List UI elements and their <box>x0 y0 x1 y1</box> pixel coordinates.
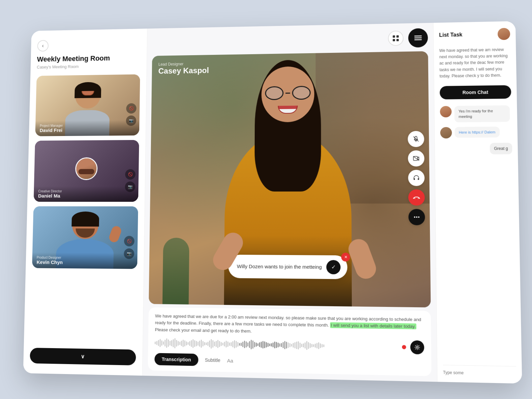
room-subtitle: Casey's Meeting Room <box>37 63 140 69</box>
audio-settings-button[interactable] <box>410 340 424 354</box>
transcript-highlighted: I will send you a list with details late… <box>330 323 416 330</box>
video-role: Lead Designer <box>158 62 209 67</box>
david-mute-btn[interactable]: 🚫 <box>126 103 136 113</box>
kevin-camera-btn[interactable]: 📷 <box>124 248 134 259</box>
list-task-title: List Task <box>439 32 462 38</box>
participant-card-kevin[interactable]: Product Designer Kevin Chyn 🚫 📷 <box>32 206 138 269</box>
svg-rect-1 <box>396 35 399 38</box>
more-options-button[interactable] <box>408 209 425 225</box>
camera-off-button[interactable] <box>408 150 425 167</box>
kevin-name: Kevin Chyn <box>37 259 133 266</box>
daniel-camera-btn[interactable]: 📷 <box>125 182 135 192</box>
daniel-overlay: Creative Director Daniel Ma <box>34 186 138 202</box>
chat-message-1: Yes i'm ready for the meeting <box>440 105 512 122</box>
back-button[interactable]: ‹ <box>37 40 49 52</box>
join-accept-button[interactable]: ✓ <box>327 260 341 274</box>
chat-bubble-3: Great g <box>490 143 512 154</box>
join-text: Willy Dozen wants to join the metteing <box>237 263 322 270</box>
task-text: We have agreed that we am review next mo… <box>439 47 511 79</box>
join-notification: Willy Dozen wants to join the metteing ✓… <box>228 254 347 279</box>
font-size-button[interactable]: Aa <box>227 357 233 363</box>
svg-rect-11 <box>418 178 419 180</box>
svg-point-15 <box>416 346 418 348</box>
audio-waveform <box>155 338 398 352</box>
svg-point-14 <box>418 216 419 218</box>
transcript-area: We have agreed that we are due for a 2:0… <box>148 307 432 376</box>
transcript-after: Please check your email and get ready to… <box>155 327 252 334</box>
video-label: Lead Designer Casey Kaspol <box>158 62 209 76</box>
svg-rect-10 <box>414 178 415 180</box>
grid-view-button[interactable] <box>388 31 404 46</box>
chat-message-3: Great g <box>440 143 512 155</box>
kevin-controls: 🚫 📷 <box>124 236 134 259</box>
kevin-overlay: Product Designer Kevin Chyn <box>32 252 137 269</box>
svg-rect-2 <box>393 39 395 41</box>
chat-bubble-1: Yes i'm ready for the meeting <box>454 105 510 122</box>
daniel-mute-btn[interactable]: 🚫 <box>125 169 135 180</box>
user-avatar <box>497 28 510 40</box>
kevin-mute-btn[interactable]: 🚫 <box>124 236 135 246</box>
main-area: Lead Designer Casey Kaspol <box>143 23 437 382</box>
menu-button[interactable] <box>408 28 428 48</box>
room-chat-button[interactable]: Room Chat <box>440 85 511 99</box>
svg-line-9 <box>413 156 419 160</box>
transcription-tab[interactable]: Transcription <box>154 353 198 366</box>
participant-card-david[interactable]: Project Manager David Frei 🚫 📷 <box>35 74 140 136</box>
show-more-button[interactable]: ∨ <box>30 348 136 365</box>
svg-rect-5 <box>414 37 422 38</box>
svg-rect-6 <box>414 39 422 40</box>
mute-button[interactable] <box>408 131 424 147</box>
daniel-name: Daniel Ma <box>38 193 134 199</box>
hangup-button[interactable] <box>408 189 425 205</box>
svg-rect-4 <box>414 36 422 37</box>
right-panel: List Task We have agreed that we am revi… <box>433 21 522 384</box>
chat-input-row <box>443 365 516 376</box>
david-overlay: Project Manager David Frei <box>35 120 140 136</box>
chat-message-2: Here is https:// Dalem <box>440 126 512 138</box>
side-controls <box>408 131 425 225</box>
recording-indicator <box>402 345 406 349</box>
participant-list: Project Manager David Frei 🚫 📷 <box>30 74 140 345</box>
video-name: Casey Kaspol <box>158 66 209 75</box>
top-bar <box>152 28 428 52</box>
svg-rect-0 <box>393 35 395 38</box>
transcript-text: We have agreed that we are due for a 2:0… <box>155 313 424 338</box>
svg-point-12 <box>414 216 415 218</box>
chat-messages: Yes i'm ready for the meeting Here is ht… <box>440 105 516 366</box>
svg-point-13 <box>416 216 417 218</box>
audio-bar-row <box>155 336 424 354</box>
chat-avatar-1 <box>440 106 452 117</box>
david-camera-btn[interactable]: 📷 <box>126 115 136 126</box>
right-header: List Task <box>439 28 510 41</box>
david-name: David Frei <box>40 127 135 133</box>
main-video: Lead Designer Casey Kaspol <box>149 51 431 307</box>
daniel-role: Creative Director <box>38 190 134 193</box>
room-title: Weekly Meeting Room <box>37 54 140 64</box>
svg-rect-3 <box>396 39 399 41</box>
chat-input[interactable] <box>443 370 516 376</box>
tab-row: Transcription Subtitle Aa <box>154 353 424 370</box>
chat-bubble-2: Here is https:// Dalem <box>455 127 500 138</box>
daniel-controls: 🚫 📷 <box>125 169 136 192</box>
chat-avatar-2 <box>440 127 452 139</box>
headset-button[interactable] <box>408 170 425 186</box>
david-controls: 🚫 📷 <box>126 103 137 126</box>
participant-card-daniel[interactable]: Creative Director Daniel Ma 🚫 📷 <box>34 140 139 202</box>
subtitle-tab[interactable]: Subtitle <box>205 357 220 363</box>
left-panel: ‹ Weekly Meeting Room Casey's Meeting Ro… <box>23 29 148 376</box>
